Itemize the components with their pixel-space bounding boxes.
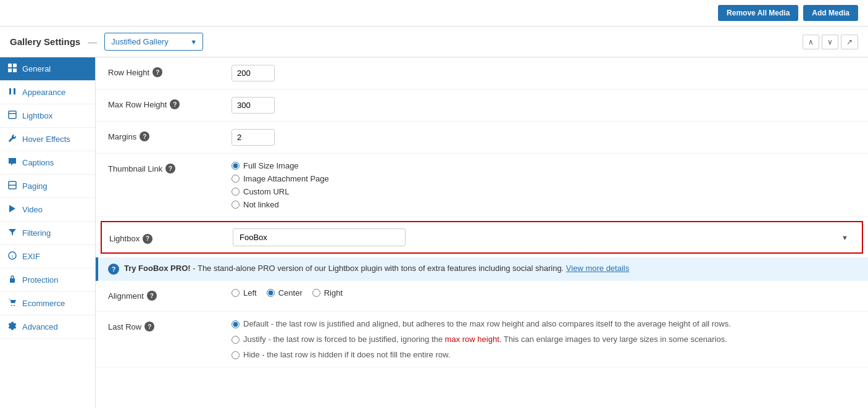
last-row-hide[interactable]: Hide - the last row is hidden if it does… bbox=[232, 350, 856, 359]
max-row-height-row: Max Row Height ? bbox=[96, 90, 868, 122]
collapse-up-button[interactable]: ∧ bbox=[803, 35, 819, 49]
main-layout: General Appearance Lightbox Hover Effect… bbox=[0, 57, 868, 408]
thumbnail-link-row: Thumbnail Link ? Full Size Image Image A… bbox=[96, 154, 868, 217]
sidebar-item-video[interactable]: Video bbox=[0, 198, 95, 222]
chat-icon bbox=[7, 157, 17, 168]
alignment-control: Left Center Right bbox=[232, 288, 856, 298]
lightbox-row: Lightbox ? FooBox FooBox PRO None Custom… bbox=[101, 221, 863, 254]
sidebar-item-general[interactable]: General bbox=[0, 57, 95, 81]
sidebar-item-ecommerce[interactable]: Ecommerce bbox=[0, 292, 95, 315]
info-banner-icon: ? bbox=[108, 264, 119, 275]
sidebar-label-general: General bbox=[22, 64, 51, 73]
sidebar-label-appearance: Appearance bbox=[22, 88, 65, 97]
max-row-height-help-icon[interactable]: ? bbox=[170, 99, 180, 109]
margins-row: Margins ? bbox=[96, 122, 868, 154]
svg-marker-9 bbox=[9, 229, 16, 236]
sidebar-item-protection[interactable]: Protection bbox=[0, 269, 95, 292]
gallery-header: Gallery Settings — Justified Gallery Thu… bbox=[0, 27, 868, 57]
alignment-help-icon[interactable]: ? bbox=[147, 291, 157, 301]
last-row-label: Last Row ? bbox=[108, 319, 232, 331]
view-more-details-link[interactable]: View more details bbox=[566, 264, 629, 273]
last-row-control: Default - the last row is justified and … bbox=[232, 319, 856, 359]
last-row-row: Last Row ? Default - the last row is jus… bbox=[96, 312, 868, 367]
margins-label: Margins ? bbox=[108, 129, 232, 141]
remove-all-media-button[interactable]: Remove All Media bbox=[718, 5, 798, 21]
sidebar-item-advanced[interactable]: Advanced bbox=[0, 315, 95, 339]
alignment-left[interactable]: Left bbox=[232, 288, 257, 298]
video-icon bbox=[7, 204, 17, 215]
paint-icon bbox=[7, 87, 17, 98]
thumbnail-link-notlinked[interactable]: Not linked bbox=[232, 200, 856, 209]
sidebar-label-filtering: Filtering bbox=[22, 228, 51, 238]
sidebar-item-paging[interactable]: Paging bbox=[0, 175, 95, 198]
margins-help-icon[interactable]: ? bbox=[140, 131, 149, 141]
svg-rect-3 bbox=[13, 69, 17, 72]
sidebar-label-hover-effects: Hover Effects bbox=[22, 135, 70, 144]
lightbox-help-icon[interactable]: ? bbox=[143, 234, 152, 244]
lightbox-select-arrow-icon: ▼ bbox=[841, 234, 848, 241]
alignment-right[interactable]: Right bbox=[312, 288, 343, 298]
sidebar-label-video: Video bbox=[22, 205, 43, 214]
gallery-type-select-wrap: Justified Gallery Thumbnail Gallery Slid… bbox=[104, 33, 203, 51]
sidebar-item-filtering[interactable]: Filtering bbox=[0, 222, 95, 245]
grid-icon bbox=[7, 64, 17, 74]
expand-button[interactable]: ↗ bbox=[841, 35, 858, 49]
row-height-help-icon[interactable]: ? bbox=[152, 67, 162, 77]
sidebar-item-appearance[interactable]: Appearance bbox=[0, 81, 95, 104]
collapse-down-button[interactable]: ∨ bbox=[822, 35, 838, 49]
svg-rect-0 bbox=[8, 64, 12, 67]
margins-input[interactable] bbox=[232, 129, 275, 146]
sidebar-item-captions[interactable]: Captions bbox=[0, 151, 95, 175]
svg-marker-8 bbox=[9, 205, 15, 212]
alignment-center[interactable]: Center bbox=[267, 288, 303, 298]
thumbnail-link-fullsize[interactable]: Full Size Image bbox=[232, 161, 856, 170]
svg-rect-12 bbox=[10, 278, 15, 283]
add-media-button[interactable]: Add Media bbox=[803, 5, 858, 21]
lightbox-select-wrap: FooBox FooBox PRO None Custom ▼ bbox=[233, 228, 854, 246]
sidebar-item-lightbox[interactable]: Lightbox bbox=[0, 104, 95, 128]
thumbnail-link-attachment[interactable]: Image Attachment Page bbox=[232, 174, 856, 183]
info-circle-icon: i bbox=[7, 251, 17, 262]
content-area: Row Height ? Max Row Height ? Margins ? bbox=[96, 57, 868, 408]
last-row-help-icon[interactable]: ? bbox=[144, 322, 154, 331]
row-height-row: Row Height ? bbox=[96, 57, 868, 90]
last-row-default[interactable]: Default - the last row is justified and … bbox=[232, 319, 856, 328]
margins-control bbox=[232, 129, 856, 146]
sidebar-item-hover-effects[interactable]: Hover Effects bbox=[0, 128, 95, 151]
filter-icon bbox=[7, 228, 17, 238]
max-row-height-label: Max Row Height ? bbox=[108, 97, 232, 109]
header-controls: ∧ ∨ ↗ bbox=[803, 35, 858, 49]
paging-icon bbox=[7, 181, 17, 191]
sidebar-item-exif[interactable]: i EXIF bbox=[0, 245, 95, 269]
top-bar: Remove All Media Add Media bbox=[0, 0, 868, 27]
wrench-icon bbox=[7, 134, 17, 144]
row-height-input[interactable] bbox=[232, 65, 275, 81]
thumbnail-link-custom[interactable]: Custom URL bbox=[232, 187, 856, 196]
sidebar-label-ecommerce: Ecommerce bbox=[22, 299, 65, 308]
svg-rect-1 bbox=[13, 64, 17, 67]
thumbnail-link-control: Full Size Image Image Attachment Page Cu… bbox=[232, 161, 856, 209]
svg-text:i: i bbox=[12, 254, 13, 259]
lightbox-control: FooBox FooBox PRO None Custom ▼ bbox=[233, 228, 854, 246]
row-height-label: Row Height ? bbox=[108, 65, 232, 77]
thumbnail-link-label: Thumbnail Link ? bbox=[108, 161, 232, 173]
sidebar: General Appearance Lightbox Hover Effect… bbox=[0, 57, 96, 408]
max-row-height-input[interactable] bbox=[232, 97, 275, 114]
alignment-label: Alignment ? bbox=[108, 288, 232, 301]
last-row-justify[interactable]: Justify - the last row is forced to be j… bbox=[232, 335, 856, 344]
lightbox-select[interactable]: FooBox FooBox PRO None Custom bbox=[233, 228, 406, 246]
sidebar-label-paging: Paging bbox=[22, 181, 47, 191]
gallery-type-select[interactable]: Justified Gallery Thumbnail Gallery Slid… bbox=[104, 33, 203, 51]
cart-icon bbox=[7, 298, 17, 309]
gallery-settings-title: Gallery Settings bbox=[10, 36, 80, 47]
svg-rect-4 bbox=[9, 111, 16, 119]
svg-point-13 bbox=[11, 305, 12, 306]
sidebar-label-exif: EXIF bbox=[22, 252, 40, 261]
svg-point-14 bbox=[14, 305, 15, 306]
sidebar-label-lightbox: Lightbox bbox=[22, 111, 52, 120]
box-icon bbox=[7, 110, 17, 121]
thumbnail-link-help-icon[interactable]: ? bbox=[165, 164, 175, 173]
lightbox-label: Lightbox ? bbox=[109, 231, 233, 244]
lock-icon bbox=[7, 275, 17, 285]
gear-icon bbox=[7, 322, 17, 332]
